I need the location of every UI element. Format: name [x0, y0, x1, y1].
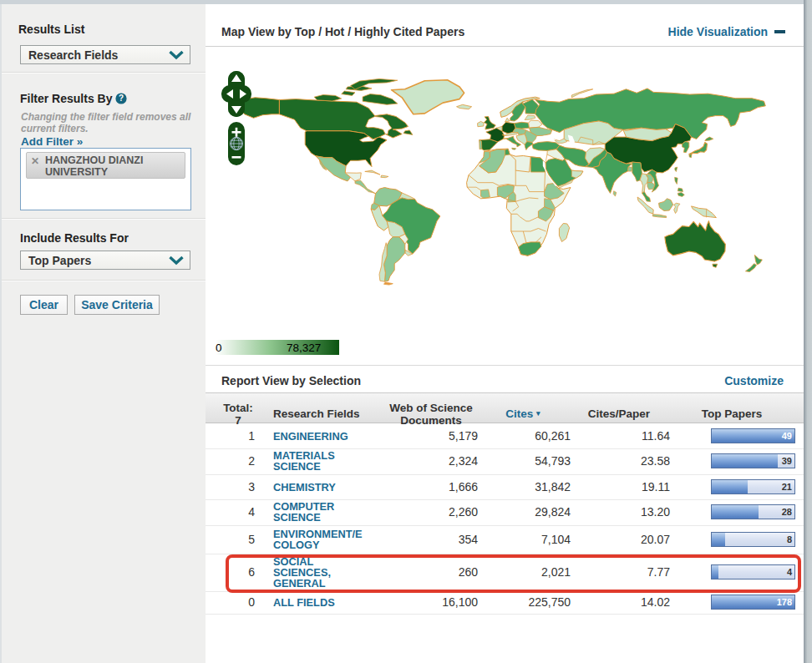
svg-text:?: ? [119, 94, 124, 103]
